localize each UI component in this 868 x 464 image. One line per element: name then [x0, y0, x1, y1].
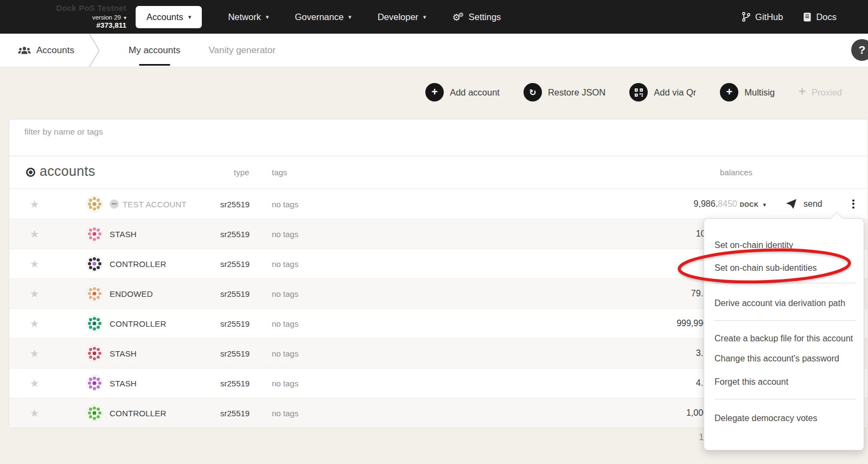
account-identicon[interactable] — [86, 375, 103, 391]
token-unit: DOCK — [740, 201, 759, 208]
git-branch-icon — [742, 12, 750, 22]
action-label: Add account — [450, 87, 500, 98]
chevron-down-icon: ▾ — [188, 14, 192, 21]
account-identicon[interactable] — [86, 285, 103, 302]
paper-plane-icon — [786, 199, 797, 209]
topnav-item[interactable]: ⚙⚙ Settings ▾ — [452, 12, 501, 22]
help-button[interactable]: ? — [851, 39, 868, 61]
balance-value[interactable]: 9,986.8450 DOCK ▾ — [694, 199, 766, 209]
account-identicon[interactable] — [86, 256, 103, 272]
action-label: Restore JSON — [548, 87, 605, 98]
section-label: Accounts — [36, 45, 74, 56]
filter-panel — [9, 119, 868, 156]
record-circle-icon — [26, 168, 35, 177]
minus-badge-icon — [110, 199, 119, 208]
section-breadcrumb: Accounts — [18, 34, 74, 67]
menu-item[interactable]: Derive account via derivation path — [704, 297, 864, 309]
account-identicon[interactable] — [86, 226, 103, 242]
docs-book-icon — [803, 12, 811, 22]
breadcrumb-divider — [88, 34, 101, 67]
menu-item[interactable]: Delegate democracy votes — [704, 412, 864, 424]
qr-code-icon — [635, 88, 643, 97]
column-balances: balances — [720, 168, 752, 177]
account-name: ENDOWED — [110, 289, 153, 298]
account-identicon[interactable] — [86, 315, 103, 332]
tags-value: no tags — [272, 259, 298, 269]
account-name: TEST ACCOUNT — [123, 199, 187, 208]
crypto-type: sr25519 — [220, 379, 250, 388]
menu-item[interactable] — [714, 283, 856, 283]
crypto-type: sr25519 — [220, 289, 250, 298]
action-label: Multisig — [744, 87, 775, 98]
crypto-type: sr25519 — [220, 349, 250, 358]
menu-item[interactable] — [714, 320, 856, 321]
block-number: #373,811 — [0, 21, 126, 30]
account-dropdown-menu: Set on-chain identitySet on-chain sub-id… — [704, 218, 864, 450]
topnav-item[interactable]: Governance ▾ — [295, 12, 351, 22]
account-identicon[interactable] — [86, 196, 103, 212]
column-accounts: accounts — [40, 163, 95, 179]
menu-item[interactable]: Forget this account — [704, 376, 864, 388]
action-button[interactable]: Add via Qr — [629, 83, 696, 101]
topnav-item-label: Governance — [295, 12, 343, 22]
topnav-item[interactable]: Accounts ▾ — [136, 6, 202, 28]
column-type: type — [234, 168, 249, 177]
topnav-item-label: Accounts — [146, 12, 183, 22]
topnav-item[interactable]: Developer ▾ — [378, 12, 426, 22]
tags-value: no tags — [272, 319, 298, 328]
menu-item[interactable]: Create a backup file for this account — [704, 333, 864, 345]
filter-input[interactable] — [9, 119, 825, 156]
chevron-down-icon: ▾ — [266, 14, 269, 21]
tab[interactable]: Vanity generator — [208, 34, 275, 67]
tags-value: no tags — [272, 199, 298, 208]
chain-version: version 29 — [92, 14, 121, 21]
topnav-menu: Accounts ▾ Network ▾ Governance ▾ Develo… — [136, 0, 501, 34]
accounts-page: Dock PoS Testnet version 29▾ #373,811 Ac… — [0, 0, 868, 464]
action-button[interactable]: ↻ Restore JSON — [524, 83, 605, 101]
star-icon[interactable]: ★ — [30, 228, 39, 240]
chevron-down-icon: ▾ — [763, 201, 766, 208]
star-icon[interactable]: ★ — [30, 317, 39, 330]
send-button[interactable]: send — [786, 199, 822, 209]
action-button[interactable]: + Proxied — [799, 87, 842, 98]
star-icon[interactable]: ★ — [30, 347, 39, 360]
topnav-link[interactable]: Docs — [803, 12, 837, 22]
chain-info[interactable]: Dock PoS Testnet version 29▾ #373,811 — [0, 3, 126, 30]
more-menu-button[interactable] — [849, 197, 858, 211]
chevron-down-icon: ▾ — [423, 14, 426, 21]
action-label: Add via Qr — [654, 87, 696, 98]
chevron-down-icon: ▾ — [348, 14, 352, 21]
account-row: ★ TEST ACCOUNT sr25519 no tags 9,986.845… — [9, 189, 867, 219]
menu-item[interactable]: Set on-chain sub-identities — [704, 262, 864, 274]
tags-value: no tags — [272, 409, 298, 418]
topnav-item[interactable]: Network ▾ — [228, 12, 269, 22]
topnav-item-label: Settings — [469, 12, 501, 22]
account-identicon[interactable] — [86, 405, 103, 421]
tab-bar: My accountsVanity generator — [129, 34, 276, 67]
account-name: CONTROLLER — [110, 259, 167, 269]
crypto-type: sr25519 — [220, 409, 250, 418]
topnav-link[interactable]: GitHub — [742, 12, 783, 22]
menu-item[interactable]: Set on-chain identity — [704, 239, 864, 251]
menu-item[interactable] — [714, 399, 856, 399]
crypto-type: sr25519 — [220, 199, 250, 208]
account-name: STASH — [110, 230, 137, 239]
menu-item[interactable]: Change this account's password — [704, 353, 864, 365]
tags-value: no tags — [272, 230, 298, 239]
star-icon[interactable]: ★ — [30, 407, 39, 419]
star-icon[interactable]: ★ — [30, 288, 39, 300]
star-icon[interactable]: ★ — [30, 198, 39, 210]
settings-gear-icon: ⚙⚙ — [452, 12, 464, 22]
plus-icon: + — [431, 86, 438, 97]
action-button[interactable]: + Multisig — [720, 83, 775, 101]
star-icon[interactable]: ★ — [30, 258, 39, 270]
action-button[interactable]: + Add account — [425, 83, 500, 101]
account-name: STASH — [110, 349, 137, 358]
account-name: STASH — [110, 379, 137, 388]
topnav-link-label: GitHub — [755, 12, 783, 22]
star-icon[interactable]: ★ — [30, 377, 39, 390]
tab[interactable]: My accounts — [129, 34, 180, 67]
chevron-down-icon: ▾ — [124, 15, 126, 21]
account-identicon[interactable] — [86, 345, 103, 361]
sub-navbar: Accounts My accountsVanity generator ? — [0, 34, 868, 67]
